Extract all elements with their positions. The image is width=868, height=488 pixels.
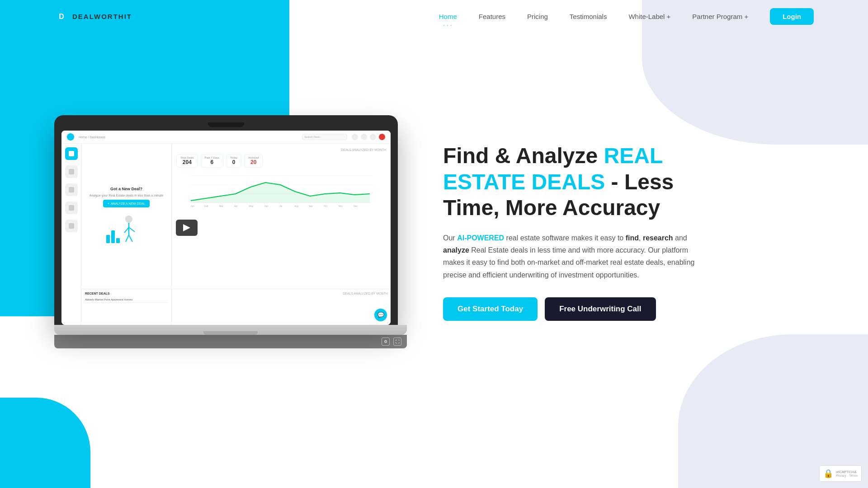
dash-icon-1: [352, 134, 358, 140]
video-play-overlay[interactable]: [176, 220, 198, 236]
laptop-notch: [208, 122, 244, 127]
and-text: and: [673, 234, 687, 242]
nav-whitelabel[interactable]: White-Label +: [628, 13, 670, 20]
laptop-frame: Home / Dashboard Search Deal...: [54, 115, 398, 325]
stat-week-value: 6: [211, 159, 214, 165]
dashboard-sidebar: [61, 144, 81, 325]
hero-description: Our AI-POWERED real estate software make…: [443, 232, 696, 281]
sidebar-deals[interactable]: [65, 165, 78, 178]
new-deal-panel: Got a New Deal? Analyze your Real Estate…: [81, 144, 172, 289]
main-nav: Home Features Pricing Testimonials White…: [439, 8, 814, 25]
svg-rect-7: [111, 230, 115, 243]
dashboard-bottom-right: DEALS ANALYZED BY MONTH 💬: [172, 289, 391, 325]
new-deal-subtitle: Analyze your Real Estate deals in less t…: [90, 194, 163, 197]
svg-text:Nov: Nov: [339, 205, 343, 207]
settings-control-icon[interactable]: ⚙: [382, 338, 390, 346]
sidebar-reports[interactable]: [65, 202, 78, 214]
sidebar-users[interactable]: [65, 183, 78, 196]
svg-text:Oct: Oct: [324, 205, 327, 207]
new-deal-title: Got a New Deal?: [110, 187, 142, 191]
dashboard-content: Got a New Deal? Analyze your Real Estate…: [81, 144, 391, 289]
hero-title-part1: Find & Analyze: [443, 144, 604, 168]
illustration-svg: [104, 210, 149, 246]
recent-deal-item: Abberly Market Point Apartment Homes: [85, 297, 168, 303]
recaptcha-label: reCAPTCHA: [836, 470, 858, 474]
nav-pricing[interactable]: Pricing: [527, 13, 548, 20]
brand-name: DEALWORTHIT: [72, 13, 132, 20]
recaptcha-links: Privacy - Terms: [836, 474, 858, 477]
fullscreen-control-icon[interactable]: ⛶: [393, 338, 401, 346]
sidebar-dashboard-icon: [69, 151, 74, 156]
sidebar-users-icon: [69, 187, 74, 192]
stat-total-value: 204: [183, 159, 192, 165]
dash-icon-user: [379, 134, 385, 140]
stat-archived: Archived 20: [244, 154, 263, 168]
analyze-plus-icon: +: [108, 202, 109, 205]
svg-line-2: [124, 227, 129, 233]
dash-logo-icon: [67, 133, 74, 141]
logo[interactable]: D DEALWORTHIT: [54, 9, 132, 24]
svg-text:Apr: Apr: [234, 205, 238, 207]
chat-button[interactable]: 💬: [374, 309, 387, 321]
analyze-text: analyze: [443, 246, 469, 254]
deals-chart-panel: DEALS ANALYZED BY MONTH Total Deals 204 …: [172, 144, 391, 289]
analyze-deal-button[interactable]: + ANALYZE A NEW DEAL: [103, 200, 150, 207]
svg-text:Aug: Aug: [294, 205, 298, 207]
recaptcha-logo: 🔒: [823, 469, 833, 479]
sidebar-reports-icon: [69, 205, 74, 211]
deals-chart-svg: Jan Feb Mar Apr May Jun Jul Aug: [176, 171, 386, 207]
deal-illustration: [104, 210, 149, 246]
chart-header: DEALS ANALYZED BY MONTH: [176, 148, 386, 151]
sidebar-settings[interactable]: [65, 220, 78, 232]
svg-text:Jul: Jul: [279, 205, 282, 207]
desc-suffix: real estate software makes it easy to: [504, 234, 626, 242]
svg-text:May: May: [249, 205, 254, 207]
dashboard-icons: [352, 134, 385, 140]
dash-icon-2: [361, 134, 367, 140]
hero-title: Find & Analyze REAL ESTATE DEALS - Less …: [443, 143, 696, 221]
find-text: find: [626, 234, 639, 242]
free-underwriting-button[interactable]: Free Underwriting Call: [545, 297, 656, 321]
svg-line-5: [129, 235, 132, 242]
svg-text:Dec: Dec: [354, 205, 358, 207]
sidebar-settings-icon: [69, 223, 74, 229]
nav-home[interactable]: Home: [439, 13, 457, 20]
svg-text:Jan: Jan: [191, 205, 194, 207]
sidebar-dashboard[interactable]: [65, 147, 78, 160]
bottom-chart-header: DEALS ANALYZED BY MONTH: [175, 292, 388, 295]
comma-text: ,: [639, 234, 643, 242]
nav-partner[interactable]: Partner Program +: [692, 13, 748, 20]
svg-text:Sep: Sep: [309, 205, 313, 207]
desc-end: Real Estate deals in less time and with …: [443, 246, 694, 278]
recent-deals-title: RECENT DEALS: [85, 292, 168, 295]
logo-icon: D: [54, 9, 69, 24]
desc-prefix: Our: [443, 234, 457, 242]
stat-total: Total Deals 204: [176, 154, 198, 168]
svg-text:Mar: Mar: [219, 205, 223, 207]
research-text: research: [643, 234, 673, 242]
stats-row: Total Deals 204 Past 7 Days 6: [176, 154, 386, 168]
stat-today-value: 0: [232, 159, 236, 165]
play-icon: [183, 224, 190, 231]
svg-text:Jun: Jun: [264, 205, 268, 207]
cta-buttons: Get Started Today Free Underwriting Call: [443, 297, 696, 321]
chart-area: Jan Feb Mar Apr May Jun Jul Aug: [176, 171, 386, 284]
recaptcha-text-block: reCAPTCHA Privacy - Terms: [836, 470, 858, 477]
stat-archived-value: 20: [250, 159, 256, 165]
hero-section: Find & Analyze REAL ESTATE DEALS - Less …: [443, 143, 696, 321]
get-started-button[interactable]: Get Started Today: [443, 297, 538, 321]
svg-rect-6: [106, 235, 110, 243]
dashboard-breadcrumb: Home / Dashboard: [79, 136, 105, 139]
svg-marker-13: [191, 183, 370, 203]
dashboard-main-area: Got a New Deal? Analyze your Real Estate…: [81, 144, 391, 325]
ai-powered-text: AI-POWERED: [457, 234, 504, 242]
nav-features[interactable]: Features: [479, 13, 505, 20]
recaptcha-badge: 🔒 reCAPTCHA Privacy - Terms: [819, 465, 862, 482]
svg-text:Feb: Feb: [204, 205, 208, 207]
analyze-btn-label: ANALYZE A NEW DEAL: [111, 202, 145, 205]
dashboard-search[interactable]: Search Deal...: [302, 134, 347, 140]
sidebar-deals-icon: [69, 169, 74, 174]
login-button[interactable]: Login: [770, 8, 814, 25]
dashboard-ui: Home / Dashboard Search Deal...: [61, 131, 391, 325]
nav-testimonials[interactable]: Testimonials: [570, 13, 607, 20]
